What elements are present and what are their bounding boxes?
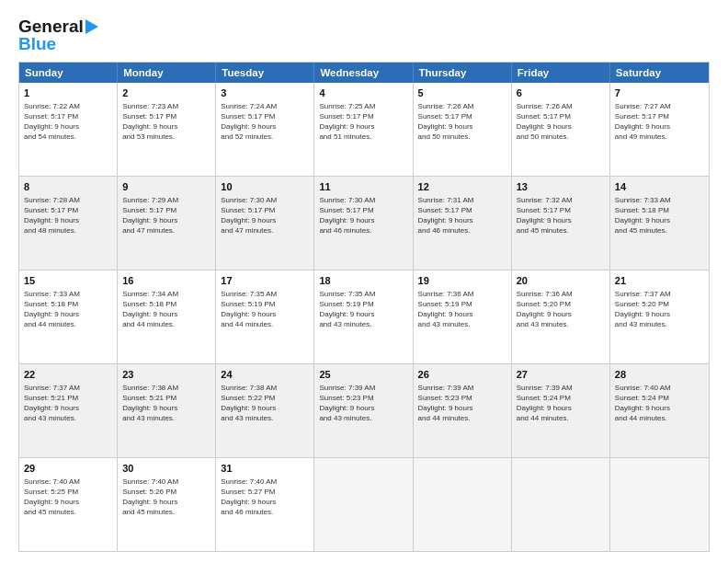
- day-info: Sunrise: 7:34 AM Sunset: 5:18 PM Dayligh…: [122, 289, 210, 330]
- day-cell-19: 19Sunrise: 7:36 AM Sunset: 5:19 PM Dayli…: [414, 270, 512, 363]
- day-number: 2: [122, 86, 210, 100]
- day-number: 6: [517, 86, 605, 100]
- day-cell-17: 17Sunrise: 7:35 AM Sunset: 5:19 PM Dayli…: [216, 270, 314, 363]
- day-info: Sunrise: 7:33 AM Sunset: 5:18 PM Dayligh…: [615, 195, 704, 236]
- day-cell-15: 15Sunrise: 7:33 AM Sunset: 5:18 PM Dayli…: [19, 270, 118, 363]
- header-day-tuesday: Tuesday: [216, 63, 314, 83]
- day-info: Sunrise: 7:26 AM Sunset: 5:17 PM Dayligh…: [517, 101, 605, 143]
- day-cell-26: 26Sunrise: 7:39 AM Sunset: 5:23 PM Dayli…: [414, 364, 512, 457]
- day-info: Sunrise: 7:40 AM Sunset: 5:25 PM Dayligh…: [24, 477, 112, 518]
- day-number: 28: [615, 368, 704, 382]
- day-number: 15: [24, 274, 112, 288]
- day-number: 24: [221, 368, 309, 382]
- day-info: Sunrise: 7:35 AM Sunset: 5:19 PM Dayligh…: [319, 289, 407, 330]
- day-number: 26: [418, 368, 506, 382]
- day-number: 3: [221, 86, 309, 100]
- day-cell-16: 16Sunrise: 7:34 AM Sunset: 5:18 PM Dayli…: [118, 270, 216, 363]
- calendar: SundayMondayTuesdayWednesdayThursdayFrid…: [18, 62, 710, 552]
- day-number: 8: [24, 180, 112, 194]
- day-cell-30: 30Sunrise: 7:40 AM Sunset: 5:26 PM Dayli…: [118, 458, 216, 551]
- day-info: Sunrise: 7:26 AM Sunset: 5:17 PM Dayligh…: [418, 101, 506, 143]
- day-info: Sunrise: 7:31 AM Sunset: 5:17 PM Dayligh…: [418, 195, 506, 236]
- day-number: 14: [615, 180, 704, 194]
- day-cell-10: 10Sunrise: 7:30 AM Sunset: 5:17 PM Dayli…: [216, 177, 314, 270]
- day-info: Sunrise: 7:40 AM Sunset: 5:24 PM Dayligh…: [615, 383, 704, 424]
- week-row-3: 15Sunrise: 7:33 AM Sunset: 5:18 PM Dayli…: [19, 270, 709, 364]
- day-info: Sunrise: 7:30 AM Sunset: 5:17 PM Dayligh…: [319, 195, 407, 236]
- day-cell-12: 12Sunrise: 7:31 AM Sunset: 5:17 PM Dayli…: [414, 177, 512, 270]
- day-number: 1: [24, 86, 112, 100]
- logo-blue: Blue: [18, 34, 56, 54]
- calendar-body: 1Sunrise: 7:22 AM Sunset: 5:17 PM Daylig…: [19, 83, 709, 551]
- day-cell-18: 18Sunrise: 7:35 AM Sunset: 5:19 PM Dayli…: [314, 270, 413, 363]
- day-number: 21: [615, 274, 704, 288]
- day-info: Sunrise: 7:29 AM Sunset: 5:17 PM Dayligh…: [122, 195, 210, 236]
- empty-cell: [610, 458, 709, 551]
- week-row-1: 1Sunrise: 7:22 AM Sunset: 5:17 PM Daylig…: [19, 83, 709, 177]
- day-cell-20: 20Sunrise: 7:36 AM Sunset: 5:20 PM Dayli…: [512, 270, 610, 363]
- header-day-wednesday: Wednesday: [314, 63, 413, 83]
- page: General Blue SundayMondayTuesdayWednesda…: [0, 0, 728, 563]
- day-cell-25: 25Sunrise: 7:39 AM Sunset: 5:23 PM Dayli…: [314, 364, 413, 457]
- day-number: 9: [122, 180, 210, 194]
- day-info: Sunrise: 7:22 AM Sunset: 5:17 PM Dayligh…: [24, 101, 112, 143]
- day-cell-14: 14Sunrise: 7:33 AM Sunset: 5:18 PM Dayli…: [610, 177, 709, 270]
- day-info: Sunrise: 7:23 AM Sunset: 5:17 PM Dayligh…: [122, 101, 210, 143]
- day-info: Sunrise: 7:25 AM Sunset: 5:17 PM Dayligh…: [319, 101, 407, 143]
- empty-cell: [512, 458, 610, 551]
- day-info: Sunrise: 7:28 AM Sunset: 5:17 PM Dayligh…: [24, 195, 112, 236]
- day-info: Sunrise: 7:38 AM Sunset: 5:22 PM Dayligh…: [221, 383, 309, 424]
- header-day-sunday: Sunday: [19, 63, 118, 83]
- day-cell-11: 11Sunrise: 7:30 AM Sunset: 5:17 PM Dayli…: [314, 177, 413, 270]
- day-cell-3: 3Sunrise: 7:24 AM Sunset: 5:17 PM Daylig…: [216, 83, 314, 176]
- day-number: 11: [319, 180, 407, 194]
- day-info: Sunrise: 7:24 AM Sunset: 5:17 PM Dayligh…: [221, 101, 309, 143]
- header-day-saturday: Saturday: [610, 63, 709, 83]
- day-number: 17: [221, 274, 309, 288]
- day-number: 23: [122, 368, 210, 382]
- day-number: 16: [122, 274, 210, 288]
- header-day-monday: Monday: [118, 63, 216, 83]
- day-cell-8: 8Sunrise: 7:28 AM Sunset: 5:17 PM Daylig…: [19, 177, 118, 270]
- day-info: Sunrise: 7:39 AM Sunset: 5:24 PM Dayligh…: [517, 383, 605, 424]
- day-cell-23: 23Sunrise: 7:38 AM Sunset: 5:21 PM Dayli…: [118, 364, 216, 457]
- day-number: 20: [517, 274, 605, 288]
- logo: General Blue: [18, 17, 98, 54]
- day-cell-2: 2Sunrise: 7:23 AM Sunset: 5:17 PM Daylig…: [118, 83, 216, 176]
- header-day-thursday: Thursday: [414, 63, 512, 83]
- day-info: Sunrise: 7:39 AM Sunset: 5:23 PM Dayligh…: [319, 383, 407, 424]
- day-info: Sunrise: 7:38 AM Sunset: 5:21 PM Dayligh…: [122, 383, 210, 424]
- header-day-friday: Friday: [512, 63, 610, 83]
- day-info: Sunrise: 7:35 AM Sunset: 5:19 PM Dayligh…: [221, 289, 309, 330]
- day-cell-13: 13Sunrise: 7:32 AM Sunset: 5:17 PM Dayli…: [512, 177, 610, 270]
- calendar-header: SundayMondayTuesdayWednesdayThursdayFrid…: [19, 63, 709, 83]
- day-cell-9: 9Sunrise: 7:29 AM Sunset: 5:17 PM Daylig…: [118, 177, 216, 270]
- day-cell-31: 31Sunrise: 7:40 AM Sunset: 5:27 PM Dayli…: [216, 458, 314, 551]
- day-cell-28: 28Sunrise: 7:40 AM Sunset: 5:24 PM Dayli…: [610, 364, 709, 457]
- day-info: Sunrise: 7:32 AM Sunset: 5:17 PM Dayligh…: [517, 195, 605, 236]
- day-cell-4: 4Sunrise: 7:25 AM Sunset: 5:17 PM Daylig…: [314, 83, 413, 176]
- day-cell-7: 7Sunrise: 7:27 AM Sunset: 5:17 PM Daylig…: [610, 83, 709, 176]
- day-number: 12: [418, 180, 506, 194]
- day-number: 10: [221, 180, 309, 194]
- day-number: 29: [24, 462, 112, 476]
- day-cell-27: 27Sunrise: 7:39 AM Sunset: 5:24 PM Dayli…: [512, 364, 610, 457]
- week-row-4: 22Sunrise: 7:37 AM Sunset: 5:21 PM Dayli…: [19, 364, 709, 458]
- day-info: Sunrise: 7:36 AM Sunset: 5:20 PM Dayligh…: [517, 289, 605, 330]
- day-cell-1: 1Sunrise: 7:22 AM Sunset: 5:17 PM Daylig…: [19, 83, 118, 176]
- day-number: 22: [24, 368, 112, 382]
- day-cell-5: 5Sunrise: 7:26 AM Sunset: 5:17 PM Daylig…: [414, 83, 512, 176]
- empty-cell: [314, 458, 413, 551]
- day-cell-21: 21Sunrise: 7:37 AM Sunset: 5:20 PM Dayli…: [610, 270, 709, 363]
- day-info: Sunrise: 7:40 AM Sunset: 5:26 PM Dayligh…: [122, 477, 210, 518]
- day-cell-22: 22Sunrise: 7:37 AM Sunset: 5:21 PM Dayli…: [19, 364, 118, 457]
- day-cell-29: 29Sunrise: 7:40 AM Sunset: 5:25 PM Dayli…: [19, 458, 118, 551]
- week-row-2: 8Sunrise: 7:28 AM Sunset: 5:17 PM Daylig…: [19, 177, 709, 270]
- day-info: Sunrise: 7:33 AM Sunset: 5:18 PM Dayligh…: [24, 289, 112, 330]
- day-info: Sunrise: 7:36 AM Sunset: 5:19 PM Dayligh…: [418, 289, 506, 330]
- logo-arrow-icon: [85, 19, 98, 34]
- day-number: 31: [221, 462, 309, 476]
- day-info: Sunrise: 7:39 AM Sunset: 5:23 PM Dayligh…: [418, 383, 506, 424]
- day-info: Sunrise: 7:30 AM Sunset: 5:17 PM Dayligh…: [221, 195, 309, 236]
- day-number: 18: [319, 274, 407, 288]
